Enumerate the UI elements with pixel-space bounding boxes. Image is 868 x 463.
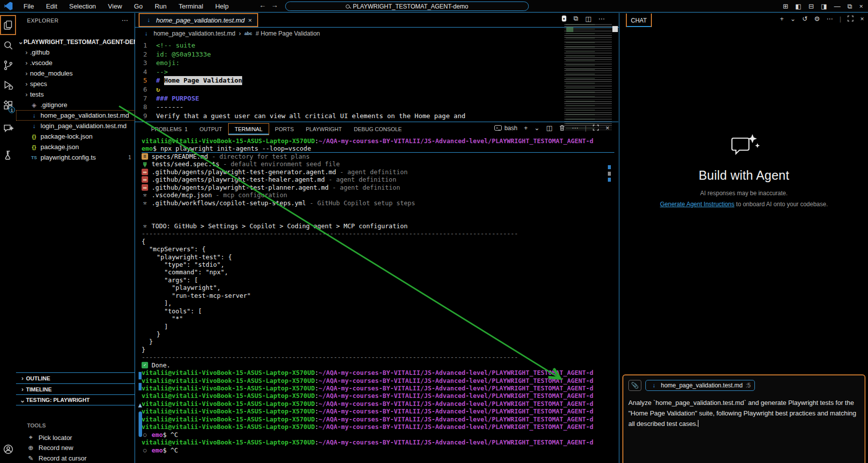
- code-line-8[interactable]: 8-------: [135, 103, 565, 112]
- tree-item-tests[interactable]: ›tests: [16, 89, 135, 100]
- menu-terminal[interactable]: Terminal: [173, 1, 209, 12]
- tree-item-node_modules[interactable]: ›node_modules: [16, 68, 135, 79]
- toggle-secondary-sidebar-icon[interactable]: ◨: [821, 3, 827, 10]
- toggle-panel-icon[interactable]: ⊟: [808, 3, 814, 10]
- chat-maximize-icon[interactable]: [847, 15, 853, 23]
- check-icon: ✓: [142, 362, 148, 368]
- tree-item-specs[interactable]: ›specs: [16, 79, 135, 89]
- new-chat-icon[interactable]: +: [780, 15, 784, 23]
- chat-activity-icon[interactable]: [0, 118, 16, 138]
- panel-tab-problems[interactable]: PROBLEMS1: [145, 124, 194, 135]
- menu-selection[interactable]: Selection: [63, 1, 102, 12]
- tab-home-page-validation[interactable]: ↓ home_page_validation.test.md ×: [139, 13, 258, 27]
- command-center-search[interactable]: PLAYWRIGHT_TESTOMAT_AGENT-demo: [285, 2, 529, 11]
- back-icon[interactable]: ←: [259, 1, 271, 9]
- restore-icon[interactable]: ⧉: [847, 3, 852, 11]
- minimize-icon[interactable]: —: [834, 3, 840, 10]
- menu-help[interactable]: Help: [209, 1, 235, 12]
- scroll-up-arrow-icon[interactable]: [138, 403, 142, 407]
- terminal-line: [142, 214, 614, 222]
- new-terminal-icon[interactable]: +: [524, 124, 528, 132]
- panel-tab-output[interactable]: OUTPUT: [194, 124, 228, 135]
- minimap[interactable]: [564, 24, 612, 130]
- breadcrumb[interactable]: ↓ home_page_validation.test.md › abc # H…: [142, 29, 320, 38]
- testing-activity-icon[interactable]: [0, 145, 16, 165]
- chat-more-actions-icon[interactable]: ⋯: [826, 15, 833, 23]
- split-editor-icon[interactable]: ◫: [585, 15, 591, 23]
- explorer-activity-icon[interactable]: [0, 15, 16, 35]
- terminal-scrollbar-thumb[interactable]: [139, 411, 142, 437]
- terminal-output[interactable]: vitalii@vitalii-VivoBook-15-ASUS-Laptop-…: [142, 137, 614, 462]
- code-line-4[interactable]: 4-->: [135, 68, 565, 77]
- split-terminal-icon[interactable]: ◫: [546, 124, 552, 132]
- chat-tab[interactable]: CHAT: [626, 14, 652, 27]
- tree-item-package.json[interactable]: {}package.json: [16, 142, 135, 152]
- tool-plus[interactable]: ⊕Record new: [27, 443, 127, 453]
- search-activity-icon[interactable]: [0, 35, 16, 55]
- generate-agent-instructions-link[interactable]: Generate Agent Instructions: [660, 201, 734, 208]
- explorer-more-actions-icon[interactable]: ⋯: [122, 17, 129, 24]
- tree-item-home_page_validation.test.md[interactable]: ↓home_page_validation.test.md: [16, 110, 135, 121]
- source-control-activity-icon[interactable]: [0, 55, 16, 75]
- code-line-2[interactable]: 2id: @S0a91333e: [135, 50, 565, 59]
- tree-item-.vscode[interactable]: ›.vscode: [16, 58, 135, 68]
- layout-toggle-icon[interactable]: ▪: [562, 16, 567, 22]
- panel-more-actions-icon[interactable]: ⋯: [572, 124, 578, 132]
- terminal-line: ○emo$ ^C: [142, 446, 614, 454]
- account-icon[interactable]: [0, 439, 16, 459]
- chat-dropdown-icon[interactable]: ⌄: [790, 15, 796, 23]
- code-line-6[interactable]: 6↻: [135, 85, 565, 94]
- context-chip[interactable]: ↓ home_page_validation.test.md:5: [645, 380, 755, 391]
- panel-tab-ports[interactable]: PORTS: [269, 124, 300, 135]
- outline-section-header[interactable]: ›OUTLINE: [16, 372, 135, 383]
- toggle-sidebar-icon[interactable]: ◧: [795, 3, 801, 10]
- code-line-1[interactable]: 1<!-- suite: [135, 41, 565, 50]
- maximize-panel-icon[interactable]: [593, 124, 599, 132]
- tree-item-.gitignore[interactable]: ◈.gitignore: [16, 100, 135, 110]
- breadcrumb-symbol[interactable]: # Home Page Validation: [256, 30, 320, 37]
- code-line-3[interactable]: 3emoji:: [135, 59, 565, 68]
- customize-layout-icon[interactable]: ⊞: [783, 3, 788, 10]
- panel-tab-playwright[interactable]: PLAYWRIGHT: [300, 124, 348, 135]
- menu-edit[interactable]: Edit: [40, 1, 63, 12]
- extensions-activity-icon[interactable]: 1: [0, 95, 16, 115]
- editor-scrollbar[interactable]: [612, 26, 618, 32]
- breadcrumb-file[interactable]: home_page_validation.test.md: [154, 30, 235, 37]
- tool-pencil[interactable]: ✎Record at cursor: [27, 453, 127, 463]
- code-line-9[interactable]: 9Verify that a guest user can view all c…: [135, 112, 565, 121]
- terminal-dropdown-icon[interactable]: ⌄: [534, 124, 540, 132]
- tool-pick[interactable]: ⌖Pick locator: [27, 432, 127, 442]
- open-changes-icon[interactable]: ⧉: [573, 15, 578, 23]
- shell-selector[interactable]: >_ bash: [494, 125, 517, 132]
- editor-code[interactable]: 1<!-- suite2id: @S0a91333e3emoji:4-->5# …: [135, 41, 565, 122]
- testing-playwright-section-header[interactable]: ⌄TESTING: PLAYWRIGHT: [16, 394, 135, 405]
- forward-icon[interactable]: →: [271, 1, 283, 9]
- menu-go[interactable]: Go: [128, 1, 149, 12]
- tree-root[interactable]: ⌄PLAYWRIGHT_TESTOMAT_AGENT-DEMO: [16, 37, 135, 47]
- menu-view[interactable]: View: [102, 1, 128, 12]
- close-window-icon[interactable]: ×: [859, 3, 863, 10]
- chat-history-icon[interactable]: ↺: [802, 15, 807, 23]
- more-actions-icon[interactable]: ⋯: [598, 15, 605, 23]
- code-line-5[interactable]: 5# Home Page Validation: [135, 76, 565, 85]
- attach-context-icon[interactable]: 📎: [628, 380, 641, 391]
- tree-item-playwright.config.ts[interactable]: TSplaywright.config.ts1: [16, 152, 135, 163]
- tree-item-package-lock.json[interactable]: {}package-lock.json: [16, 131, 135, 142]
- chat-input-box[interactable]: 📎 ↓ home_page_validation.test.md:5 Analy…: [622, 374, 865, 463]
- kill-terminal-icon[interactable]: [559, 124, 565, 132]
- chat-message-input[interactable]: Analyze `home_page_validation.test.md` a…: [628, 397, 859, 429]
- tree-item-login_page_validation.test.md[interactable]: ↓login_page_validation.test.md: [16, 121, 135, 131]
- menu-file[interactable]: File: [18, 1, 40, 12]
- chat-close-icon[interactable]: ×: [860, 15, 864, 23]
- panel-tab-debug-console[interactable]: DEBUG CONSOLE: [348, 124, 408, 135]
- chat-panel: CHAT + ⌄ ↺ ⚙ ⋯ | ×: [619, 13, 868, 463]
- tree-item-.github[interactable]: ›.github: [16, 47, 135, 58]
- code-line-7[interactable]: 7### PURPOSE: [135, 94, 565, 103]
- panel-tab-terminal[interactable]: TERMINAL: [228, 123, 269, 135]
- timeline-section-header[interactable]: ›TIMELINE: [16, 383, 135, 394]
- menu-run[interactable]: Run: [149, 1, 173, 12]
- chat-settings-icon[interactable]: ⚙: [814, 15, 820, 23]
- close-panel-icon[interactable]: ×: [605, 124, 609, 132]
- tab-close-icon[interactable]: ×: [248, 17, 252, 24]
- run-debug-activity-icon[interactable]: [0, 75, 16, 95]
